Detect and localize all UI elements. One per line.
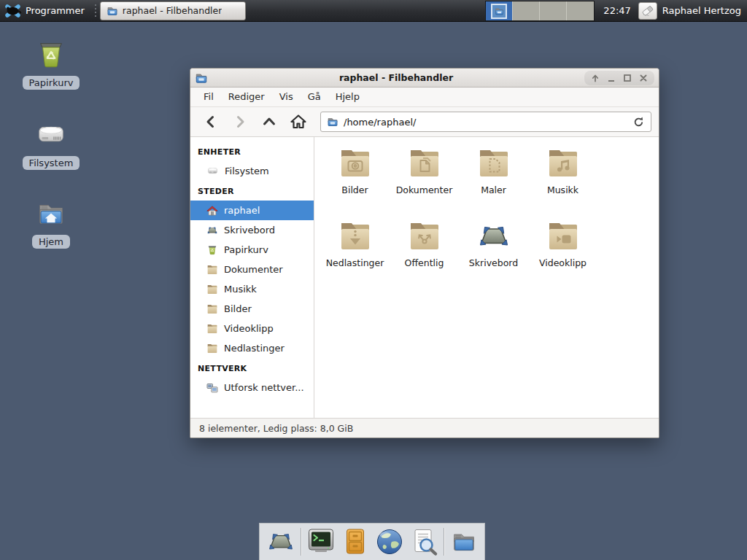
file-item-public[interactable]: Offentlig (390, 219, 459, 292)
forward-button[interactable] (227, 110, 253, 133)
dock-separator (444, 528, 444, 556)
task-button-label: raphael - Filbehandler (123, 5, 222, 16)
folder-icon (206, 343, 218, 354)
menu-edit[interactable]: Rediger (221, 88, 272, 106)
sidebar-header-places: STEDER (190, 181, 314, 201)
statusbar-text: 8 ielementer, Ledig plass: 8,0 GiB (199, 423, 353, 434)
desktop-icon-label: Filsystem (23, 156, 80, 170)
workspace-1[interactable] (486, 1, 513, 20)
sidebar-item-desktop[interactable]: Skrivebord (190, 220, 314, 240)
back-button[interactable] (198, 110, 224, 133)
task-button-filemanager[interactable]: raphael - Filbehandler (100, 1, 246, 20)
file-item-desktop[interactable]: Skrivebord (459, 219, 528, 292)
workspace-3[interactable] (540, 1, 567, 20)
user-name[interactable]: Raphael Hertzog (662, 5, 741, 16)
sidebar-item-browse-network[interactable]: Utforsk nettver... (190, 378, 314, 397)
reload-icon[interactable] (632, 116, 645, 128)
folder-download-icon (338, 219, 373, 254)
close-button[interactable] (637, 71, 650, 85)
trash-icon (34, 38, 68, 71)
menubar: Fil Rediger Vis Gå Hjelp (190, 88, 659, 107)
desktop-icon-trash[interactable]: Papirkurv (15, 38, 88, 90)
workspace-switcher (485, 1, 595, 21)
desktop-icon (476, 219, 511, 254)
file-label: Maler (481, 184, 506, 195)
file-view[interactable]: Bilder Dokumenter Maler Musikk Nedlastin… (314, 137, 659, 418)
sidebar-item-label: Nedlastinger (224, 343, 285, 354)
titlebar[interactable]: raphael - Filbehandler (190, 69, 659, 88)
folder-icon (206, 303, 218, 315)
sidebar-item-pictures[interactable]: Bilder (190, 299, 314, 319)
folder-icon (107, 5, 118, 17)
sidebar-item-documents[interactable]: Dokumenter (190, 260, 314, 279)
file-item-templates[interactable]: Maler (459, 146, 528, 219)
dock (259, 523, 485, 560)
sidebar-item-label: Musikk (224, 284, 257, 295)
sidebar-item-label: Skrivebord (224, 225, 275, 236)
desktop-icon-filesystem[interactable]: Filsystem (15, 118, 88, 170)
web-browser-icon (375, 527, 404, 556)
desktop-icon (206, 225, 218, 236)
web-browser-launcher[interactable] (375, 527, 404, 556)
sidebar-item-raphael[interactable]: raphael (190, 201, 314, 220)
menu-file[interactable]: Fil (196, 88, 221, 106)
window-icon (195, 71, 208, 85)
shade-button[interactable] (589, 71, 602, 85)
file-manager-window: raphael - Filbehandler Fil Rediger Vis G… (190, 68, 659, 438)
file-label: Videoklipp (539, 257, 587, 268)
file-cabinet-icon (341, 527, 370, 556)
folder-share-icon (407, 219, 442, 254)
folder-music-icon (546, 146, 581, 181)
window-controls (584, 71, 654, 85)
sidebar-item-downloads[interactable]: Nedlastinger (190, 338, 314, 358)
desktop-icon-label: Papirkurv (23, 76, 80, 90)
sidebar-item-label: Videoklipp (224, 323, 274, 334)
path-input[interactable]: /home/raphael/ (344, 117, 627, 128)
file-item-music[interactable]: Musikk (528, 146, 597, 219)
menu-go[interactable]: Gå (301, 88, 328, 106)
menu-view[interactable]: Vis (272, 88, 301, 106)
app-finder-launcher[interactable] (409, 527, 438, 556)
folder-camera-icon (338, 146, 373, 181)
menu-help[interactable]: Hjelp (328, 88, 367, 106)
sidebar-item-videos[interactable]: Videoklipp (190, 319, 314, 338)
applications-menu[interactable]: Programmer (0, 0, 92, 21)
workspace-2[interactable] (513, 1, 540, 20)
file-item-documents[interactable]: Dokumenter (390, 146, 459, 219)
sidebar-item-label: Papirkurv (224, 244, 268, 255)
tasklist-grip[interactable] (94, 4, 98, 18)
sidebar-item-label: raphael (224, 205, 260, 216)
file-label: Dokumenter (396, 184, 453, 195)
file-label: Nedlastinger (326, 257, 384, 268)
desktop-icon-home[interactable]: Hjem (15, 197, 88, 249)
harddisk-icon (34, 118, 68, 152)
terminal-launcher[interactable] (306, 527, 336, 556)
network-icon (206, 382, 218, 394)
sidebar-item-filesystem[interactable]: Filsystem (190, 161, 314, 181)
xfce-logo-icon (4, 3, 21, 19)
minimize-button[interactable] (605, 71, 618, 85)
path-bar[interactable]: /home/raphael/ (320, 112, 651, 132)
maximize-button[interactable] (621, 71, 634, 85)
workspace-4[interactable] (567, 1, 594, 20)
sidebar-item-trash[interactable]: Papirkurv (190, 240, 314, 260)
file-item-downloads[interactable]: Nedlastinger (320, 219, 390, 292)
sidebar-header-network: NETTVERK (190, 358, 314, 378)
sidebar-item-music[interactable]: Musikk (190, 279, 314, 299)
clock[interactable]: 22:47 (603, 5, 630, 16)
home-button[interactable] (285, 110, 311, 133)
file-manager-launcher[interactable] (449, 527, 479, 556)
statusbar: 8 ielementer, Ledig plass: 8,0 GiB (190, 418, 659, 438)
sidebar-item-label: Bilder (224, 303, 252, 314)
folder-icon (206, 323, 218, 335)
folder-document-icon (407, 146, 442, 181)
file-cabinet-launcher[interactable] (341, 527, 370, 556)
up-button[interactable] (256, 110, 282, 133)
file-item-pictures[interactable]: Bilder (320, 146, 390, 219)
show-desktop-button[interactable] (266, 527, 295, 556)
folder-video-icon (546, 219, 581, 254)
folder-template-icon (476, 146, 511, 181)
file-item-videos[interactable]: Videoklipp (528, 219, 597, 292)
folder-icon (206, 284, 218, 295)
user-action-button[interactable] (638, 2, 657, 20)
